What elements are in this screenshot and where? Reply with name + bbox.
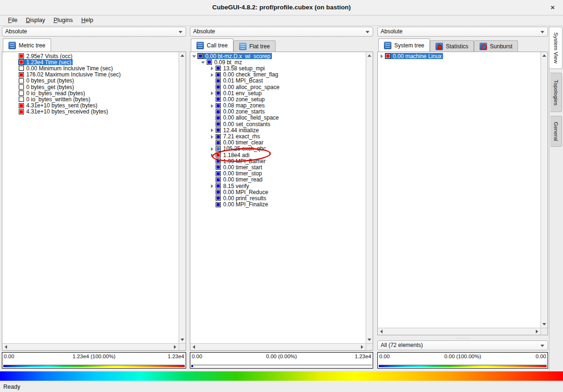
tree-row[interactable]: 0.00 zone_starts xyxy=(191,109,365,115)
tree-item-selected[interactable]: 1.23e4 Time (sec) xyxy=(18,59,73,65)
scroll-up-icon[interactable] xyxy=(180,54,184,57)
vertical-scrollbar[interactable] xyxy=(179,52,186,343)
tree-row[interactable]: 0.00 MPI_Finalize xyxy=(191,202,365,208)
horizontal-scrollbar[interactable] xyxy=(190,343,366,350)
expand-icon[interactable] xyxy=(209,103,215,109)
tree-row[interactable]: 0.00 timer_read xyxy=(191,177,365,183)
scroll-down-icon[interactable] xyxy=(368,339,371,341)
tree-item[interactable]: 7.21 exact_rhs xyxy=(215,133,262,139)
tree-row[interactable]: 0.00 timer_stop xyxy=(191,171,365,177)
tree-item[interactable]: 8.15 verify xyxy=(215,183,250,189)
tree-row[interactable]: 0.00 set_constants xyxy=(191,121,365,127)
system-tab-statistics[interactable]: Statistics xyxy=(430,40,474,52)
close-icon[interactable]: × xyxy=(548,3,557,12)
side-tab-general[interactable]: General xyxy=(550,116,562,147)
tree-item[interactable]: 0.01 MPI_Bcast xyxy=(215,78,264,84)
tree-item[interactable]: 0.09 bt_mz xyxy=(206,59,243,65)
tree-item[interactable]: 0.00 print_results xyxy=(215,195,268,201)
tree-item[interactable]: 0.00 timer_stop xyxy=(215,171,263,177)
menu-item-file[interactable]: File xyxy=(4,15,22,23)
expand-icon[interactable] xyxy=(209,146,215,152)
tree-item[interactable]: 4.31e+10 bytes_received (bytes) xyxy=(18,109,109,115)
metric-tab-metric-tree[interactable]: Metric tree xyxy=(3,38,51,52)
side-tab-system-view[interactable]: System View xyxy=(549,27,563,69)
tree-row[interactable]: 0.01 env_setup xyxy=(191,90,365,96)
tree-item[interactable]: 0.00 MPI_Reduce xyxy=(215,189,270,195)
tree-row[interactable]: 0.00 alloc_field_space xyxy=(191,115,365,121)
horizontal-scrollbar[interactable] xyxy=(378,328,540,335)
horizontal-scrollbar[interactable] xyxy=(2,343,179,350)
collapse-icon[interactable] xyxy=(191,53,197,59)
expand-icon[interactable] xyxy=(209,72,215,78)
tree-row[interactable]: 105.25 exch_qbc xyxy=(191,146,365,152)
tree-row[interactable]: 4.31e+10 bytes_sent (bytes) xyxy=(3,103,178,109)
tree-row[interactable]: 0 bytes_get (bytes) xyxy=(3,84,178,90)
tree-item-selected[interactable]: 0.00 bt-mz.D.x_wi_scorep xyxy=(197,53,272,59)
metric-value-mode-combo[interactable]: Absolute xyxy=(2,27,186,37)
tree-row[interactable]: 0 bytes_put (bytes) xyxy=(3,78,178,84)
tree-row[interactable]: 12.44 initialize xyxy=(191,127,365,133)
tree-row[interactable]: 0.08 map_zones xyxy=(191,103,365,109)
tree-row[interactable]: 0.00 timer_start xyxy=(191,164,365,170)
tree-row[interactable]: 0.09 bt_mz xyxy=(191,59,365,65)
tree-item[interactable]: 0.00 alloc_field_space xyxy=(215,115,280,121)
tree-item[interactable]: 0.08 map_zones xyxy=(215,103,266,109)
expand-icon[interactable] xyxy=(379,53,385,59)
tree-item[interactable]: 0.00 check_timer_flag xyxy=(215,72,279,78)
tree-item[interactable]: 1.18e4 adi xyxy=(215,152,251,158)
scroll-left-icon[interactable] xyxy=(193,345,195,349)
collapse-icon[interactable] xyxy=(200,59,206,65)
system-tab-sunburst[interactable]: Sunburst xyxy=(474,40,518,52)
tree-row[interactable]: 0.00 timer_clear xyxy=(191,140,365,146)
vertical-scrollbar[interactable] xyxy=(540,52,548,328)
tree-row[interactable]: 0.01 MPI_Bcast xyxy=(191,78,365,84)
tree-item[interactable]: 0.00 timer_start xyxy=(215,164,263,170)
tree-item[interactable]: 0.01 env_setup xyxy=(215,90,263,96)
scroll-down-icon[interactable] xyxy=(542,323,546,325)
tree-row[interactable]: 0.00 Minimum Inclusive Time (sec) xyxy=(3,65,178,71)
scroll-down-icon[interactable] xyxy=(180,339,184,341)
scroll-right-icon[interactable] xyxy=(536,330,538,333)
scroll-right-icon[interactable] xyxy=(174,345,176,349)
tree-item[interactable]: 0 bytes_put (bytes) xyxy=(18,78,75,84)
tree-item[interactable]: 0 bytes_get (bytes) xyxy=(18,84,75,90)
scroll-up-icon[interactable] xyxy=(368,54,371,57)
tree-item[interactable]: 0.00 zone_starts xyxy=(215,109,266,115)
scroll-right-icon[interactable] xyxy=(361,345,363,349)
system-value-mode-combo[interactable]: Absolute xyxy=(377,27,548,37)
scroll-left-icon[interactable] xyxy=(380,330,383,333)
system-filter-combo[interactable]: All (72 elements) xyxy=(377,340,548,350)
tree-item[interactable]: 1.99 MPI_Barrier xyxy=(215,158,267,164)
tree-row[interactable]: 0.00 MPI_Reduce xyxy=(191,189,365,195)
tree-row[interactable]: 0.00 machine Linux xyxy=(379,53,540,59)
tree-row[interactable]: 8.15 verify xyxy=(191,183,365,189)
tree-item[interactable]: 12.44 initialize xyxy=(215,127,260,133)
expand-icon[interactable] xyxy=(209,90,215,96)
menu-item-plugins[interactable]: Plugins xyxy=(49,15,77,23)
tree-item[interactable]: 2.95e7 Visits (occ) xyxy=(18,53,74,59)
tree-item-selected[interactable]: 0.00 machine Linux xyxy=(385,53,443,59)
tree-row[interactable]: 176.02 Maximum Inclusive Time (sec) xyxy=(3,72,178,78)
tree-item[interactable]: 105.25 exch_qbc xyxy=(215,146,267,152)
tree-row[interactable]: 1.23e4 Time (sec) xyxy=(3,59,178,65)
scroll-left-icon[interactable] xyxy=(5,345,7,349)
tree-row[interactable]: 0 io_bytes_written (bytes) xyxy=(3,96,178,102)
tree-item[interactable]: 0.00 MPI_Finalize xyxy=(215,202,270,208)
scroll-up-icon[interactable] xyxy=(542,54,546,57)
tree-row[interactable]: 13.58 setup_mpi xyxy=(191,65,365,71)
tree-item[interactable]: 176.02 Maximum Inclusive Time (sec) xyxy=(18,72,122,78)
tree-row[interactable]: 0.00 alloc_proc_space xyxy=(191,84,365,90)
expand-icon[interactable] xyxy=(209,134,215,140)
call-tab-flat-tree[interactable]: Flat tree xyxy=(233,40,276,52)
tree-row[interactable]: 0.00 zone_setup xyxy=(191,96,365,102)
tree-item[interactable]: 0 io_bytes_written (bytes) xyxy=(18,96,92,102)
call-value-mode-combo[interactable]: Absolute xyxy=(190,27,373,37)
expand-icon[interactable] xyxy=(209,127,215,133)
tree-item[interactable]: 4.31e+10 bytes_sent (bytes) xyxy=(18,103,99,109)
menu-item-display[interactable]: Display xyxy=(22,15,49,23)
tree-row[interactable]: 0 io_bytes_read (bytes) xyxy=(3,90,178,96)
tree-item[interactable]: 0.00 alloc_proc_space xyxy=(215,84,281,90)
tree-row[interactable]: 0.00 print_results xyxy=(191,195,365,201)
tree-row[interactable]: 4.31e+10 bytes_received (bytes) xyxy=(3,109,178,115)
call-tab-call-tree[interactable]: Call tree xyxy=(191,38,233,52)
